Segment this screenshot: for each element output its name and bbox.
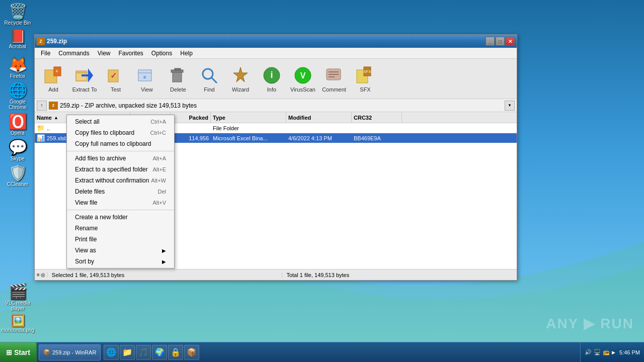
svg-rect-4 bbox=[76, 73, 87, 81]
ctx-rename[interactable]: Rename bbox=[67, 223, 174, 234]
ie-icon: 🌐 bbox=[106, 347, 116, 357]
menu-help[interactable]: Help bbox=[176, 48, 197, 58]
ctx-delete-files[interactable]: Delete files Del bbox=[67, 186, 174, 197]
taskbar-winrar-icon-btn[interactable]: 📦 bbox=[184, 345, 199, 360]
desktop-icon-moriconda[interactable]: 🖼️ moriconda.png bbox=[2, 313, 33, 335]
chrome-icon: 🌐 bbox=[9, 83, 27, 98]
virusscan-label: VirusScan bbox=[290, 86, 315, 93]
menu-commands[interactable]: Commands bbox=[54, 48, 93, 58]
desktop-icon-acrobat[interactable]: 📕 Acrobat bbox=[2, 28, 33, 51]
address-dropdown-button[interactable]: ▼ bbox=[505, 101, 515, 111]
col-header-type[interactable]: Type bbox=[211, 112, 286, 123]
ctx-extract-no-confirm[interactable]: Extract without confirmation Alt+W bbox=[67, 175, 174, 186]
ctx-view-as[interactable]: View as ▶ bbox=[67, 245, 174, 256]
toolbar-add-button[interactable]: + Add bbox=[39, 61, 68, 97]
skype-icon: 💬 bbox=[9, 140, 27, 155]
ctx-create-folder[interactable]: Create a new folder bbox=[67, 212, 174, 223]
ctx-copy-full-names[interactable]: Copy full names to clipboard bbox=[67, 138, 174, 149]
comment-label: Comment bbox=[322, 86, 346, 93]
ccleaner-label: CCleaner bbox=[7, 182, 28, 187]
taskbar-app-winrar-icon: 📦 bbox=[43, 349, 50, 355]
svg-line-15 bbox=[211, 77, 217, 83]
ctx-sort-by[interactable]: Sort by ▶ bbox=[67, 256, 174, 267]
archive-icon: Z bbox=[49, 102, 58, 110]
toolbar-wizard-button[interactable]: Wizard bbox=[226, 61, 255, 97]
skype-label: Skype bbox=[11, 156, 25, 161]
start-button[interactable]: ⊞ Start bbox=[0, 342, 37, 363]
acrobat-icon: 📕 bbox=[10, 30, 26, 43]
menu-options[interactable]: Options bbox=[147, 48, 176, 58]
moriconda-icon: 🖼️ bbox=[11, 315, 25, 326]
play-icon[interactable]: ▶ bbox=[612, 350, 615, 355]
toolbar-find-button[interactable]: Find bbox=[195, 61, 224, 97]
extractto-label: Extract To bbox=[72, 86, 97, 93]
desktop-icon-skype[interactable]: 💬 Skype bbox=[2, 138, 33, 163]
vlc-label: VLC media player bbox=[3, 300, 32, 311]
desktop-icon-vlc[interactable]: 🎬 VLC media player bbox=[2, 282, 33, 313]
ctx-copy-files[interactable]: Copy files to clipboard Ctrl+C bbox=[67, 127, 174, 138]
window-title: 259.zip bbox=[47, 38, 67, 45]
toolbar-view-button[interactable]: ≡ View bbox=[132, 61, 162, 97]
svg-text:+: + bbox=[55, 68, 58, 74]
minimize-button[interactable]: _ bbox=[486, 37, 495, 46]
desktop-icon-ccleaner[interactable]: 🛡️ CCleaner bbox=[2, 163, 33, 189]
sort-by-arrow-icon: ▶ bbox=[162, 259, 166, 264]
desktop-icon-recycle-bin[interactable]: 🗑️ Recycle Bin bbox=[2, 2, 33, 28]
virusscan-icon: V bbox=[293, 65, 313, 85]
find-icon bbox=[199, 65, 219, 85]
taskbar-folder-button[interactable]: 📁 bbox=[120, 345, 135, 360]
test-icon: ✓ bbox=[106, 65, 126, 85]
system-tray: 🔊 🖥️ 📻 ▶ bbox=[585, 349, 615, 355]
sfx-icon: SFX bbox=[355, 65, 375, 85]
ctx-select-all[interactable]: Select all Ctrl+A bbox=[67, 116, 174, 127]
toolbar-virusscan-button[interactable]: V VirusScan bbox=[288, 61, 317, 97]
toolbar-extractto-button[interactable]: Extract To bbox=[70, 61, 99, 97]
wizard-icon bbox=[230, 65, 251, 85]
svg-text:V: V bbox=[300, 71, 306, 80]
desktop-icon-chrome[interactable]: 🌐 Google Chrome bbox=[2, 81, 33, 112]
ctx-add-files[interactable]: Add files to archive Alt+A bbox=[67, 153, 174, 164]
volume-icon[interactable]: 🔊 bbox=[585, 349, 592, 355]
media-tray-icon[interactable]: 📻 bbox=[603, 349, 610, 355]
winrar-tray-icon: 📦 bbox=[187, 347, 197, 357]
close-button[interactable]: ✕ bbox=[506, 37, 515, 46]
network-icon[interactable]: 🖥️ bbox=[594, 349, 601, 355]
add-label: Add bbox=[48, 86, 58, 93]
taskbar-chrome-button[interactable]: 🌍 bbox=[152, 345, 167, 360]
taskbar-media-button[interactable]: 🎵 bbox=[136, 345, 151, 360]
taskbar-app-winrar[interactable]: 📦 259.zip - WinRAR bbox=[39, 344, 101, 360]
toolbar: + Add Extract To bbox=[35, 59, 517, 99]
toolbar-sfx-button[interactable]: SFX SFX bbox=[351, 61, 380, 97]
status-icon-2: ◎ bbox=[41, 272, 45, 278]
ctx-extract-specified[interactable]: Extract to a specified folder Alt+E bbox=[67, 164, 174, 175]
restore-button[interactable]: □ bbox=[496, 37, 505, 46]
col-header-modified[interactable]: Modified bbox=[286, 112, 352, 123]
toolbar-comment-button[interactable]: Comment bbox=[319, 61, 349, 97]
toolbar-test-button[interactable]: ✓ Test bbox=[101, 61, 130, 97]
ctx-view-file[interactable]: View file Alt+V bbox=[67, 197, 174, 208]
taskbar-right: 🔊 🖥️ 📻 ▶ 5:46 PM bbox=[580, 342, 644, 362]
find-label: Find bbox=[204, 86, 214, 93]
winrar-icon: Z bbox=[37, 37, 45, 45]
ctx-print-file[interactable]: Print file bbox=[67, 234, 174, 245]
up-button[interactable]: ↑ bbox=[37, 101, 47, 111]
status-bar: ≡ ◎ Selected 1 file, 149,513 bytes Total… bbox=[35, 269, 517, 280]
svg-text:✓: ✓ bbox=[110, 71, 117, 80]
cell-type: Microsoft Excel Bina... bbox=[211, 135, 286, 141]
menu-view[interactable]: View bbox=[94, 48, 115, 58]
toolbar-delete-button[interactable]: Delete bbox=[164, 61, 193, 97]
title-bar: Z 259.zip _ □ ✕ bbox=[35, 35, 517, 48]
menu-favorites[interactable]: Favorites bbox=[115, 48, 147, 58]
desktop-icon-opera[interactable]: 🅾️ Opera bbox=[2, 112, 33, 138]
taskbar-ie-button[interactable]: 🌐 bbox=[104, 345, 119, 360]
toolbar-info-button[interactable]: i Info bbox=[257, 61, 286, 97]
desktop-icon-firefox[interactable]: 🦊 Firefox bbox=[2, 55, 33, 81]
firefox-label: Firefox bbox=[10, 73, 26, 79]
test-label: Test bbox=[111, 86, 121, 93]
col-header-packed[interactable]: Packed bbox=[171, 112, 211, 123]
taskbar-security-button[interactable]: 🔒 bbox=[168, 345, 183, 360]
status-icons: ≡ ◎ bbox=[35, 272, 48, 278]
svg-rect-13 bbox=[175, 68, 181, 70]
menu-file[interactable]: File bbox=[37, 48, 54, 58]
col-header-crc32[interactable]: CRC32 bbox=[352, 112, 402, 123]
